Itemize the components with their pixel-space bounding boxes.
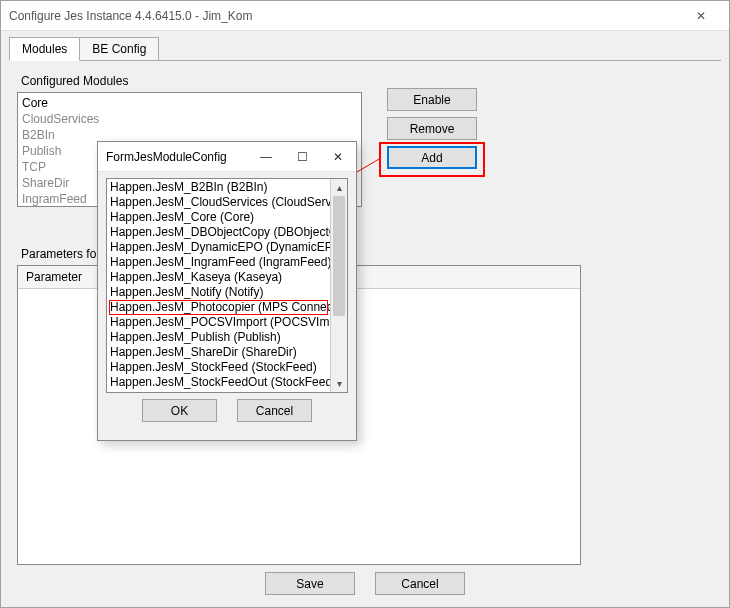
tab-strip: Modules BE Config <box>1 31 729 61</box>
list-item[interactable]: Happen.JesM_Publish (Publish) <box>109 330 328 345</box>
modal-title: FormJesModuleConfig <box>106 150 256 164</box>
module-config-dialog: FormJesModuleConfig — ☐ ✕ Happen.JesM_B2… <box>97 141 357 441</box>
list-item[interactable]: Happen.JesM_CloudServices (CloudServices… <box>109 195 328 210</box>
module-item[interactable]: Core <box>22 95 357 111</box>
scroll-thumb[interactable] <box>333 196 345 316</box>
list-item[interactable]: Happen.JesM_Core (Core) <box>109 210 328 225</box>
modal-footer-buttons: OK Cancel <box>98 399 356 422</box>
module-action-buttons: Enable Remove Add <box>387 88 477 169</box>
scroll-down-icon[interactable]: ▾ <box>331 375 347 392</box>
ok-button[interactable]: OK <box>142 399 217 422</box>
save-button[interactable]: Save <box>265 572 355 595</box>
list-item[interactable]: Happen.JesM_POCSVImport (POCSVImport) <box>109 315 328 330</box>
tab-underline <box>9 60 721 61</box>
titlebar: Configure Jes Instance 4.4.6415.0 - Jim_… <box>1 1 729 31</box>
list-item[interactable]: Happen.JesM_StockFeedOut (StockFeedOut) <box>109 375 328 390</box>
module-item[interactable]: CloudServices <box>22 111 357 127</box>
add-button[interactable]: Add <box>387 146 477 169</box>
close-icon[interactable]: ✕ <box>328 150 348 164</box>
list-item[interactable]: Happen.JesM_Kaseya (Kaseya) <box>109 270 328 285</box>
list-item-selected[interactable]: Happen.JesM_Photocopier (MPS Connectors) <box>109 300 328 315</box>
list-item[interactable]: Happen.JesM_DBObjectCopy (DBObjectCopy) <box>109 225 328 240</box>
enable-button[interactable]: Enable <box>387 88 477 111</box>
list-item[interactable]: Happen.JesM_B2BIn (B2BIn) <box>109 180 328 195</box>
modal-cancel-button[interactable]: Cancel <box>237 399 312 422</box>
configured-modules-label: Configured Modules <box>21 74 713 88</box>
dialog-footer-buttons: Save Cancel <box>1 572 729 595</box>
list-item[interactable]: Happen.JesM_DynamicEPO (DynamicEPO) <box>109 240 328 255</box>
modal-system-buttons: — ☐ ✕ <box>256 150 348 164</box>
cancel-button[interactable]: Cancel <box>375 572 465 595</box>
close-icon[interactable]: ✕ <box>681 1 721 31</box>
remove-button[interactable]: Remove <box>387 117 477 140</box>
main-window: Configure Jes Instance 4.4.6415.0 - Jim_… <box>0 0 730 608</box>
list-item[interactable]: Happen.JesM_ShareDir (ShareDir) <box>109 345 328 360</box>
window-title: Configure Jes Instance 4.4.6415.0 - Jim_… <box>9 9 681 23</box>
maximize-icon[interactable]: ☐ <box>292 150 312 164</box>
module-select-list[interactable]: Happen.JesM_B2BIn (B2BIn) Happen.JesM_Cl… <box>107 179 330 392</box>
modal-titlebar: FormJesModuleConfig — ☐ ✕ <box>98 142 356 172</box>
scrollbar[interactable]: ▴ ▾ <box>330 179 347 392</box>
list-item[interactable]: Happen.JesM_StockFeed (StockFeed) <box>109 360 328 375</box>
module-select-list-wrap: Happen.JesM_B2BIn (B2BIn) Happen.JesM_Cl… <box>106 178 348 393</box>
tab-modules[interactable]: Modules <box>9 37 80 61</box>
list-item[interactable]: Happen.JesM_TCP (TCP) <box>109 390 328 392</box>
minimize-icon[interactable]: — <box>256 150 276 164</box>
list-item[interactable]: Happen.JesM_Notify (Notify) <box>109 285 328 300</box>
scroll-up-icon[interactable]: ▴ <box>331 179 347 196</box>
list-item[interactable]: Happen.JesM_IngramFeed (IngramFeed) <box>109 255 328 270</box>
tab-be-config[interactable]: BE Config <box>79 37 159 61</box>
